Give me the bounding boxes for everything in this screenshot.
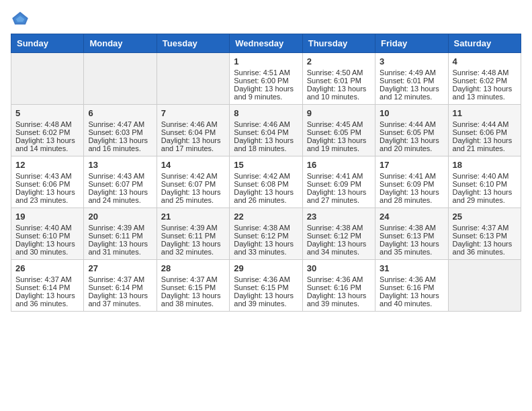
day-cell: 9Sunrise: 4:45 AMSunset: 6:05 PMDaylight… [302, 105, 375, 156]
sunrise-text: Sunrise: 4:46 AM [234, 120, 298, 128]
sunrise-text: Sunrise: 4:37 AM [161, 275, 225, 283]
sunset-text: Sunset: 6:09 PM [380, 180, 443, 188]
daylight-text: Daylight: 13 hours and 29 minutes. [453, 188, 517, 204]
daylight-text: Daylight: 13 hours and 33 minutes. [234, 240, 298, 256]
day-number: 6 [88, 108, 152, 118]
day-number: 14 [161, 160, 225, 170]
day-cell: 5Sunrise: 4:48 AMSunset: 6:02 PMDaylight… [11, 105, 84, 156]
day-cell: 6Sunrise: 4:47 AMSunset: 6:03 PMDaylight… [84, 105, 157, 156]
week-row-4: 19Sunrise: 4:40 AMSunset: 6:10 PMDayligh… [11, 208, 521, 260]
day-number: 15 [234, 160, 298, 170]
sunrise-text: Sunrise: 4:39 AM [88, 224, 152, 232]
day-cell: 17Sunrise: 4:41 AMSunset: 6:09 PMDayligh… [375, 156, 448, 208]
day-cell: 24Sunrise: 4:38 AMSunset: 6:13 PMDayligh… [375, 208, 448, 260]
sunset-text: Sunset: 6:01 PM [307, 77, 371, 85]
sunrise-text: Sunrise: 4:50 AM [307, 68, 371, 77]
logo-icon [11, 11, 30, 26]
sunset-text: Sunset: 6:01 PM [380, 77, 443, 85]
daylight-text: Daylight: 13 hours and 30 minutes. [15, 240, 79, 256]
col-header-friday: Friday [375, 34, 448, 53]
day-number: 25 [453, 212, 517, 222]
sunset-text: Sunset: 6:11 PM [88, 232, 152, 240]
daylight-text: Daylight: 13 hours and 36 minutes. [15, 291, 79, 308]
day-cell: 22Sunrise: 4:38 AMSunset: 6:12 PMDayligh… [230, 208, 302, 260]
sunset-text: Sunset: 6:15 PM [161, 283, 225, 291]
sunrise-text: Sunrise: 4:37 AM [453, 224, 517, 232]
sunrise-text: Sunrise: 4:36 AM [307, 275, 371, 283]
daylight-text: Daylight: 13 hours and 24 minutes. [88, 188, 152, 204]
daylight-text: Daylight: 13 hours and 20 minutes. [380, 136, 443, 152]
day-cell: 21Sunrise: 4:39 AMSunset: 6:11 PMDayligh… [157, 208, 229, 260]
day-number: 18 [453, 160, 517, 170]
sunset-text: Sunset: 6:14 PM [15, 283, 79, 291]
day-cell: 11Sunrise: 4:44 AMSunset: 6:06 PMDayligh… [448, 105, 521, 156]
sunrise-text: Sunrise: 4:40 AM [15, 224, 79, 232]
daylight-text: Daylight: 13 hours and 19 minutes. [307, 136, 371, 152]
daylight-text: Daylight: 13 hours and 17 minutes. [161, 136, 225, 152]
sunset-text: Sunset: 6:11 PM [161, 232, 225, 240]
day-number: 1 [234, 56, 298, 66]
sunrise-text: Sunrise: 4:41 AM [380, 172, 443, 180]
daylight-text: Daylight: 13 hours and 27 minutes. [307, 188, 371, 204]
day-number: 4 [453, 56, 517, 66]
day-cell: 14Sunrise: 4:42 AMSunset: 6:07 PMDayligh… [157, 156, 229, 208]
day-cell [448, 260, 521, 312]
col-header-saturday: Saturday [448, 34, 521, 53]
logo [11, 11, 32, 26]
sunrise-text: Sunrise: 4:51 AM [234, 68, 298, 77]
day-cell: 15Sunrise: 4:42 AMSunset: 6:08 PMDayligh… [230, 156, 302, 208]
day-number: 16 [307, 160, 371, 170]
daylight-text: Daylight: 13 hours and 38 minutes. [161, 291, 225, 308]
sunset-text: Sunset: 6:07 PM [161, 180, 225, 188]
daylight-text: Daylight: 13 hours and 14 minutes. [15, 136, 79, 152]
daylight-text: Daylight: 13 hours and 37 minutes. [88, 291, 152, 308]
sunrise-text: Sunrise: 4:37 AM [88, 275, 152, 283]
sunset-text: Sunset: 6:10 PM [15, 232, 79, 240]
sunrise-text: Sunrise: 4:38 AM [307, 224, 371, 232]
sunset-text: Sunset: 6:02 PM [453, 77, 517, 85]
daylight-text: Daylight: 13 hours and 13 minutes. [453, 85, 517, 101]
daylight-text: Daylight: 13 hours and 31 minutes. [88, 240, 152, 256]
daylight-text: Daylight: 13 hours and 40 minutes. [380, 291, 443, 308]
sunset-text: Sunset: 6:14 PM [88, 283, 152, 291]
sunset-text: Sunset: 6:13 PM [380, 232, 443, 240]
day-cell: 1Sunrise: 4:51 AMSunset: 6:00 PMDaylight… [230, 53, 302, 105]
day-cell: 20Sunrise: 4:39 AMSunset: 6:11 PMDayligh… [84, 208, 157, 260]
sunset-text: Sunset: 6:04 PM [234, 128, 298, 136]
day-cell: 27Sunrise: 4:37 AMSunset: 6:14 PMDayligh… [84, 260, 157, 312]
sunrise-text: Sunrise: 4:44 AM [380, 120, 443, 128]
week-row-3: 12Sunrise: 4:43 AMSunset: 6:06 PMDayligh… [11, 156, 521, 208]
sunrise-text: Sunrise: 4:40 AM [453, 172, 517, 180]
day-number: 17 [380, 160, 443, 170]
sunset-text: Sunset: 6:12 PM [234, 232, 298, 240]
day-number: 19 [15, 212, 79, 222]
sunrise-text: Sunrise: 4:42 AM [161, 172, 225, 180]
day-cell: 3Sunrise: 4:49 AMSunset: 6:01 PMDaylight… [375, 53, 448, 105]
sunset-text: Sunset: 6:13 PM [453, 232, 517, 240]
day-number: 12 [15, 160, 79, 170]
daylight-text: Daylight: 13 hours and 16 minutes. [88, 136, 152, 152]
col-header-thursday: Thursday [302, 34, 375, 53]
sunset-text: Sunset: 6:05 PM [307, 128, 371, 136]
sunrise-text: Sunrise: 4:41 AM [307, 172, 371, 180]
sunset-text: Sunset: 6:07 PM [88, 180, 152, 188]
sunrise-text: Sunrise: 4:42 AM [234, 172, 298, 180]
day-cell: 28Sunrise: 4:37 AMSunset: 6:15 PMDayligh… [157, 260, 229, 312]
sunrise-text: Sunrise: 4:48 AM [453, 68, 517, 77]
day-cell: 12Sunrise: 4:43 AMSunset: 6:06 PMDayligh… [11, 156, 84, 208]
day-number: 31 [380, 263, 443, 273]
day-cell: 10Sunrise: 4:44 AMSunset: 6:05 PMDayligh… [375, 105, 448, 156]
day-number: 24 [380, 212, 443, 222]
sunset-text: Sunset: 6:08 PM [234, 180, 298, 188]
day-cell: 25Sunrise: 4:37 AMSunset: 6:13 PMDayligh… [448, 208, 521, 260]
sunset-text: Sunset: 6:15 PM [234, 283, 298, 291]
sunset-text: Sunset: 6:02 PM [15, 128, 79, 136]
daylight-text: Daylight: 13 hours and 26 minutes. [234, 188, 298, 204]
day-number: 13 [88, 160, 152, 170]
daylight-text: Daylight: 13 hours and 34 minutes. [307, 240, 371, 256]
day-cell: 19Sunrise: 4:40 AMSunset: 6:10 PMDayligh… [11, 208, 84, 260]
daylight-text: Daylight: 13 hours and 36 minutes. [453, 240, 517, 256]
day-number: 5 [15, 108, 79, 118]
day-number: 7 [161, 108, 225, 118]
day-cell: 2Sunrise: 4:50 AMSunset: 6:01 PMDaylight… [302, 53, 375, 105]
